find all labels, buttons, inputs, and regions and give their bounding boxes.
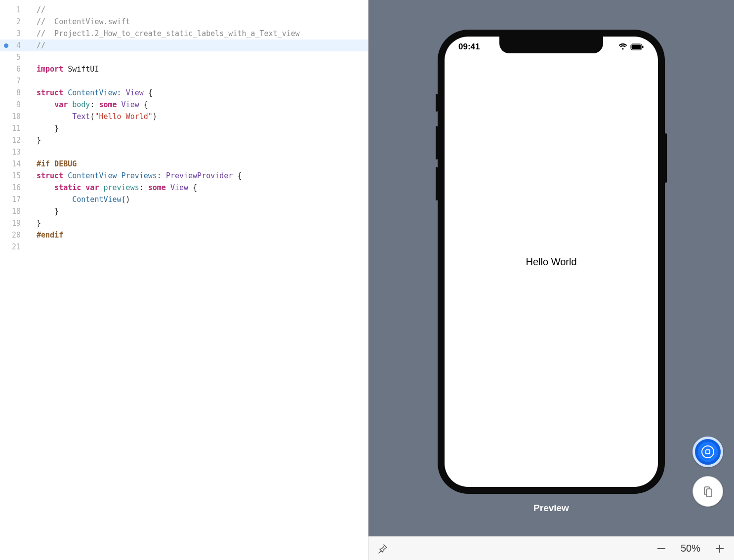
svg-rect-2	[642, 46, 644, 48]
line-number[interactable]: 20	[0, 229, 28, 241]
zoom-out-button[interactable]	[656, 543, 667, 554]
preview-bottom-bar: 50%	[368, 536, 734, 560]
device-time: 09:41	[458, 42, 480, 52]
line-number[interactable]: 2	[0, 16, 28, 28]
code-line[interactable]: #endif	[28, 229, 368, 241]
code-line[interactable]: }	[28, 134, 368, 146]
device-volume-up	[436, 126, 438, 160]
line-number[interactable]: 1	[0, 4, 28, 16]
device-power-button	[665, 133, 667, 183]
code-line[interactable]: #if DEBUG	[28, 158, 368, 170]
line-number[interactable]: 14	[0, 158, 28, 170]
line-number[interactable]: 18	[0, 205, 28, 217]
preview-canvas[interactable]: 09:41 Hello World Preview	[368, 0, 734, 536]
code-line[interactable]: static var previews: some View {	[28, 182, 368, 194]
code-editor-pane: 123456789101112131415161718192021 //// C…	[0, 0, 368, 560]
preview-content-text: Hello World	[526, 256, 577, 268]
line-number[interactable]: 8	[0, 87, 28, 99]
svg-rect-4	[706, 450, 710, 454]
svg-rect-6	[706, 489, 712, 497]
line-number[interactable]: 3	[0, 28, 28, 40]
code-line[interactable]: struct ContentView: View {	[28, 87, 368, 99]
code-line[interactable]	[28, 146, 368, 158]
svg-point-3	[702, 446, 714, 458]
line-number[interactable]: 12	[0, 134, 28, 146]
code-line[interactable]: }	[28, 205, 368, 217]
line-number[interactable]: 17	[0, 194, 28, 205]
code-line[interactable]: }	[28, 122, 368, 134]
line-number[interactable]: 11	[0, 122, 28, 134]
duplicate-preview-button[interactable]	[693, 476, 723, 507]
code-line[interactable]: //	[28, 4, 368, 16]
svg-rect-1	[632, 45, 641, 49]
line-number[interactable]: 5	[0, 51, 28, 63]
preview-float-buttons	[693, 437, 723, 507]
pin-preview-button[interactable]	[377, 543, 388, 554]
live-preview-button[interactable]	[693, 437, 723, 467]
code-line[interactable]: import SwiftUI	[28, 63, 368, 75]
line-number[interactable]: 4	[0, 40, 28, 51]
line-number[interactable]: 19	[0, 217, 28, 229]
line-number[interactable]: 16	[0, 182, 28, 194]
line-number[interactable]: 7	[0, 75, 28, 87]
line-number[interactable]: 6	[0, 63, 28, 75]
code-line[interactable]: // Project1.2_How_to_create_static_label…	[28, 28, 368, 40]
code-line[interactable]	[28, 75, 368, 87]
device-volume-down	[436, 167, 438, 200]
preview-pane: 09:41 Hello World Preview	[368, 0, 734, 560]
code-line[interactable]	[28, 241, 368, 253]
code-line[interactable]: struct ContentView_Previews: PreviewProv…	[28, 170, 368, 182]
line-number[interactable]: 10	[0, 111, 28, 122]
device-status-bar: 09:41	[445, 40, 658, 53]
code-line[interactable]	[28, 51, 368, 63]
wifi-icon	[618, 43, 627, 50]
device-screen[interactable]: 09:41 Hello World	[445, 37, 658, 487]
zoom-in-button[interactable]	[714, 543, 725, 554]
code-line[interactable]: Text("Hello World")	[28, 111, 368, 122]
battery-icon	[630, 43, 644, 50]
code-line[interactable]: ContentView()	[28, 194, 368, 205]
line-number[interactable]: 21	[0, 241, 28, 253]
line-number[interactable]: 15	[0, 170, 28, 182]
code-line[interactable]: // ContentView.swift	[28, 16, 368, 28]
preview-label: Preview	[533, 503, 569, 514]
device-frame: 09:41 Hello World	[438, 30, 665, 494]
line-number[interactable]: 13	[0, 146, 28, 158]
zoom-controls: 50%	[656, 543, 725, 554]
code-line[interactable]: //	[28, 40, 368, 51]
code-line[interactable]: }	[28, 217, 368, 229]
zoom-level[interactable]: 50%	[681, 543, 700, 554]
line-number[interactable]: 9	[0, 99, 28, 111]
code-area[interactable]: //// ContentView.swift// Project1.2_How_…	[28, 0, 368, 560]
device-mute-switch	[436, 94, 438, 112]
code-line[interactable]: var body: some View {	[28, 99, 368, 111]
line-number-gutter: 123456789101112131415161718192021	[0, 0, 28, 560]
